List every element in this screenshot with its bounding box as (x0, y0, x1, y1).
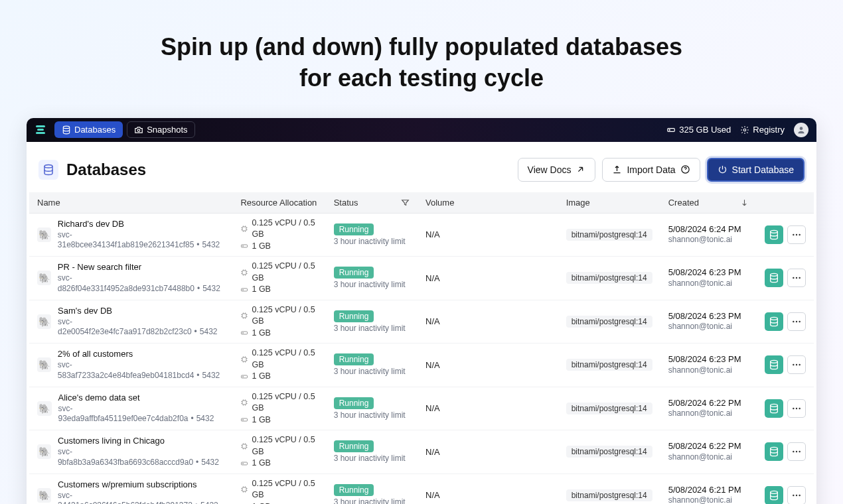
postgres-icon: 🐘 (37, 227, 51, 242)
connect-db-button[interactable] (765, 355, 783, 374)
svg-point-33 (793, 364, 794, 365)
row-more-button[interactable] (787, 355, 806, 374)
svg-point-6 (44, 164, 52, 168)
status-badge: Running (334, 440, 374, 452)
row-more-button[interactable] (787, 225, 806, 244)
filter-icon[interactable] (401, 198, 410, 207)
connect-db-button[interactable] (765, 442, 783, 461)
image-tag: bitnami/postgresql:14 (566, 316, 652, 328)
svg-point-42 (799, 408, 800, 409)
col-volume[interactable]: Volume (418, 192, 558, 214)
user-avatar[interactable] (794, 123, 808, 137)
svg-rect-30 (242, 375, 248, 378)
row-more-button[interactable] (787, 442, 806, 461)
svg-point-55 (796, 495, 797, 496)
import-data-label: Import Data (627, 164, 675, 175)
connect-db-button[interactable] (765, 312, 783, 331)
svg-point-54 (793, 495, 794, 496)
svc-id: svc-583af7233a2c4e84bfea9eb04181bcd4 (58, 360, 194, 380)
svg-rect-29 (242, 357, 246, 361)
hero-line1: Spin up (and down) fully populated datab… (161, 33, 682, 60)
row-more-button[interactable] (787, 486, 806, 504)
status-sub: 3 hour inactivity limit (334, 454, 410, 463)
db-name[interactable]: Alice's demo data set (58, 393, 225, 404)
page-icon (38, 160, 58, 180)
db-name[interactable]: Sam's dev DB (58, 306, 224, 317)
col-status[interactable]: Status (326, 192, 418, 214)
status-badge: Running (334, 267, 374, 279)
port: 5432 (196, 414, 214, 423)
disk-spec: 1 GB (240, 501, 317, 504)
svg-point-28 (799, 321, 800, 322)
svg-rect-15 (242, 271, 246, 275)
creator-email: shannon@tonic.ai (668, 235, 749, 245)
power-icon (718, 164, 728, 174)
image-tag: bitnami/postgresql:14 (566, 489, 652, 501)
registry-label: Registry (753, 125, 785, 135)
db-name[interactable]: Richard's dev DB (58, 219, 225, 230)
created-time: 5/08/2024 6:21 PM (668, 485, 749, 496)
cpu-spec: 0.125 vCPU / 0.5 GB (240, 261, 317, 284)
connect-db-button[interactable] (765, 486, 783, 504)
connect-db-button[interactable] (765, 225, 783, 244)
row-more-button[interactable] (787, 312, 806, 331)
connect-db-button[interactable] (765, 399, 783, 418)
sort-desc-icon[interactable] (740, 198, 749, 207)
connect-db-button[interactable] (765, 269, 783, 287)
status-sub: 3 hour inactivity limit (334, 280, 410, 289)
port: 5432 (202, 240, 220, 249)
col-resource[interactable]: Resource Allocation (232, 192, 325, 214)
svg-point-41 (796, 408, 797, 409)
upload-icon (612, 164, 622, 174)
db-name[interactable]: 2% of all customers (58, 349, 225, 360)
svg-point-39 (771, 404, 778, 407)
cpu-spec: 0.125 vCPU / 0.5 GB (240, 478, 317, 501)
row-more-button[interactable] (787, 269, 806, 287)
port: 5432 (200, 501, 218, 504)
start-database-button[interactable]: Start Database (707, 158, 805, 182)
col-created[interactable]: Created (660, 192, 757, 214)
svg-rect-16 (242, 288, 248, 291)
registry-link[interactable]: Registry (740, 125, 785, 135)
disk-spec: 1 GB (240, 241, 317, 253)
svg-point-46 (771, 448, 778, 450)
creator-email: shannon@tonic.ai (668, 452, 749, 463)
svg-point-45 (243, 463, 244, 464)
svg-point-31 (243, 376, 244, 377)
svg-point-27 (796, 321, 797, 322)
view-docs-button[interactable]: View Docs (518, 158, 596, 182)
svg-point-13 (796, 234, 797, 235)
svg-rect-43 (242, 444, 246, 448)
status-sub: 3 hour inactivity limit (334, 497, 410, 504)
status-sub: 3 hour inactivity limit (334, 367, 410, 376)
svc-id: svc-93eda9affbfa45119ef0ee7c4dab2f0a (58, 404, 189, 424)
db-name[interactable]: Customers w/premium subscriptions (58, 479, 224, 491)
svg-point-47 (793, 451, 794, 452)
import-data-button[interactable]: Import Data (602, 158, 700, 182)
nav-databases-label: Databases (74, 125, 115, 135)
svg-rect-9 (242, 245, 248, 247)
image-tag: bitnami/postgresql:14 (566, 229, 652, 241)
status-sub: 3 hour inactivity limit (334, 410, 410, 420)
postgres-icon: 🐘 (37, 271, 51, 285)
svg-rect-36 (242, 401, 246, 405)
svg-point-25 (771, 317, 778, 320)
nav-databases[interactable]: Databases (54, 121, 123, 138)
cpu-spec: 0.125 vCPU / 0.5 GB (240, 218, 317, 241)
nav-snapshots[interactable]: Snapshots (127, 121, 194, 138)
db-name[interactable]: Customers living in Chicago (58, 436, 225, 447)
col-name[interactable]: Name (29, 192, 232, 214)
col-image[interactable]: Image (558, 192, 660, 214)
cpu-spec: 0.125 vCPU / 0.5 GB (240, 391, 317, 414)
table-row: 🐘 Customers w/premium subscriptions svc-… (29, 473, 814, 504)
app-logo[interactable] (35, 124, 46, 136)
postgres-icon: 🐘 (37, 314, 51, 329)
cpu-spec: 0.125 vCPU / 0.5 GB (240, 347, 317, 371)
table-row: 🐘 2% of all customers svc-583af7233a2c4e… (29, 344, 814, 387)
help-icon (680, 164, 690, 174)
svg-rect-44 (242, 462, 248, 465)
row-more-button[interactable] (787, 399, 806, 418)
database-icon (62, 125, 71, 135)
db-name[interactable]: PR - New search filter (58, 262, 225, 273)
storage-indicator[interactable]: 325 GB Used (666, 125, 731, 135)
